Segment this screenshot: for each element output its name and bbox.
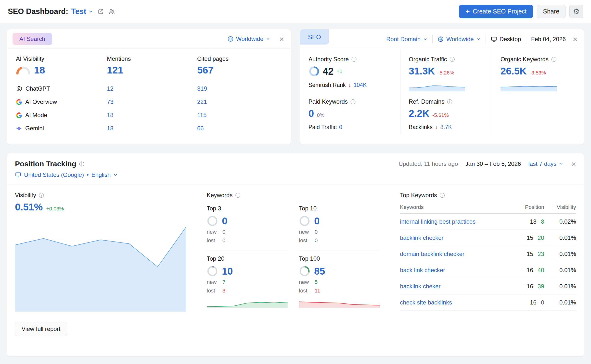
semrush-rank-value[interactable]: 104K: [354, 82, 367, 88]
table-row: backlink checker 1520 0.01%: [400, 230, 576, 246]
info-icon[interactable]: ⓘ: [235, 193, 240, 198]
bucket-new-row: new0: [299, 229, 380, 235]
paid-keywords-value[interactable]: 0: [308, 108, 314, 119]
seo-close-button[interactable]: ×: [573, 35, 578, 43]
bucket-ring-icon: [299, 266, 310, 277]
ref-domains-label-row: Ref. Domains ⓘ: [409, 98, 486, 105]
ai-region-selector[interactable]: Worldwide: [227, 36, 270, 42]
keyword-position: 16: [527, 283, 533, 290]
position-tracking-close-button[interactable]: ×: [571, 160, 576, 168]
visibility-value-row: 0.51% +0.03%: [15, 202, 187, 213]
project-name: Test: [71, 7, 86, 16]
info-icon[interactable]: ⓘ: [440, 193, 445, 198]
external-link-icon[interactable]: [98, 8, 104, 15]
organic-keywords-value[interactable]: 26.5K: [501, 66, 527, 77]
table-row: back link checker 1640 0.01%: [400, 262, 576, 278]
keyword-position: 13: [530, 218, 537, 225]
seo-header-controls: Root Domain Worldwide Desktop: [386, 35, 578, 44]
engine-cited[interactable]: 221: [197, 98, 284, 105]
engine-mentions[interactable]: 12: [107, 85, 197, 92]
keyword-visibility: 0.01%: [544, 251, 576, 257]
lost-label: lost: [299, 237, 311, 244]
settings-button[interactable]: ⚙: [569, 5, 583, 18]
top-bar-left: SEO Dashboard: Test: [8, 7, 115, 16]
keyword-visibility: 0.02%: [544, 218, 576, 225]
gemini-engine: Gemini: [16, 125, 107, 132]
page-title: SEO Dashboard: Test: [8, 7, 93, 16]
top-keywords-section: Top Keywords ⓘ Keywords Position Visibil…: [400, 192, 576, 336]
lost-value: 0: [315, 237, 318, 244]
bucket-value[interactable]: 0: [222, 216, 227, 227]
organic-traffic-label: Organic Traffic: [409, 56, 447, 63]
close-icon: ×: [571, 159, 576, 169]
cited-pages-stat: Cited pages 567: [197, 55, 284, 76]
info-icon[interactable]: ⓘ: [447, 99, 452, 104]
globe-icon: [227, 36, 234, 42]
ref-domains-delta: -5.61%: [432, 112, 449, 118]
period-selector[interactable]: last 7 days: [528, 160, 563, 167]
keyword-link[interactable]: internal linking best practices: [400, 218, 507, 225]
keyword-link[interactable]: backlink checker: [400, 234, 507, 241]
project-selector[interactable]: Test: [71, 7, 93, 16]
keyword-link[interactable]: check site backlinks: [400, 299, 507, 306]
mentions-stat: Mentions 121: [107, 55, 197, 76]
keyword-link[interactable]: domain backlink checker: [400, 251, 507, 257]
bucket-value[interactable]: 0: [314, 216, 320, 227]
ai-search-close-button[interactable]: ×: [279, 35, 284, 43]
paid-traffic-value[interactable]: 0: [339, 124, 342, 131]
seo-tab[interactable]: SEO: [300, 29, 329, 45]
engine-cited[interactable]: 66: [197, 125, 284, 132]
organic-traffic-sparkline: [409, 80, 465, 91]
updated-text: Updated: 11 hours ago: [398, 160, 458, 167]
view-full-report-button[interactable]: View full report: [15, 322, 67, 336]
ai-engine-row-chatgpt: ChatGPT 12 319: [16, 82, 284, 95]
create-seo-project-button[interactable]: + Create SEO Project: [459, 5, 533, 18]
backlinks-value[interactable]: 8.7K: [440, 124, 452, 131]
bucket-value[interactable]: 85: [314, 266, 325, 277]
bucket-value[interactable]: 10: [222, 266, 233, 277]
position-change: 39: [538, 283, 544, 290]
ref-domains-value[interactable]: 2.2K: [409, 108, 430, 119]
dashboard-content: AI Search Worldwide × AI Visibility: [0, 23, 591, 364]
bucket-value-row: 0: [207, 215, 288, 227]
bucket-lost-row: lost0: [207, 237, 288, 244]
info-icon[interactable]: ⓘ: [450, 57, 455, 62]
info-icon[interactable]: ⓘ: [79, 161, 84, 167]
share-button[interactable]: Share: [537, 5, 565, 18]
visibility-area-chart[interactable]: [15, 218, 186, 312]
ai-visibility-gauge-icon: [16, 66, 31, 74]
ai-search-header: AI Search Worldwide ×: [7, 29, 291, 49]
ai-overview-engine: AI Overview: [16, 98, 107, 105]
bucket-ring-icon: [299, 215, 310, 227]
engine-mentions[interactable]: 18: [107, 125, 197, 132]
bucket-label: Top 10: [299, 205, 380, 212]
ref-domains-cell: Ref. Domains ⓘ 2.2K -5.61% Backlinks ↓ 8…: [400, 95, 492, 134]
keyword-link[interactable]: backlink cheker: [400, 283, 507, 290]
device-label: Desktop: [500, 36, 521, 43]
visibility-delta: +0.03%: [46, 206, 64, 212]
share-users-icon[interactable]: [108, 8, 115, 15]
info-icon[interactable]: ⓘ: [39, 193, 44, 198]
seo-region-selector[interactable]: Worldwide: [437, 36, 481, 43]
col-keywords: Keywords: [400, 204, 507, 210]
info-icon[interactable]: ⓘ: [551, 57, 556, 62]
root-domain-selector[interactable]: Root Domain: [386, 36, 427, 43]
authority-score-value: 42: [323, 66, 334, 77]
organic-traffic-value[interactable]: 31.3K: [409, 66, 435, 77]
seo-date[interactable]: Feb 04, 2026: [531, 36, 566, 43]
info-icon[interactable]: ⓘ: [350, 99, 356, 104]
backlinks-label: Backlinks: [409, 124, 433, 131]
engine-mentions[interactable]: 18: [107, 112, 197, 119]
bucket-label: Top 3: [207, 205, 288, 212]
engine-cited[interactable]: 115: [197, 112, 284, 119]
engine-cited[interactable]: 319: [197, 85, 284, 92]
seo-card: SEO Root Domain Worldwide: [300, 29, 584, 145]
engine-mentions[interactable]: 73: [107, 98, 197, 105]
info-icon[interactable]: ⓘ: [351, 57, 357, 62]
keywords-buckets-grid: Top 3 0 new0 lost0 Top 10 0: [207, 201, 380, 308]
device-selector[interactable]: Desktop: [491, 36, 521, 43]
desktop-icon: [15, 172, 21, 178]
campaign-selector[interactable]: United States (Google) • English: [7, 169, 584, 184]
keyword-link[interactable]: back link checker: [400, 267, 507, 274]
ai-visibility-value-row: 18: [16, 65, 107, 76]
